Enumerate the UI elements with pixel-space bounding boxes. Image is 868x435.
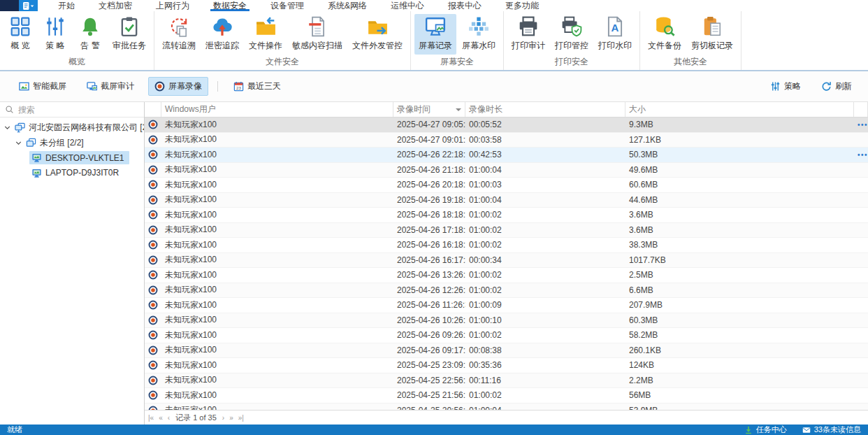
ribbon-item[interactable]: 文件操作: [245, 14, 287, 55]
tree-item[interactable]: DESKTOP-VLKTLE1: [0, 150, 144, 166]
toolbar-button-label: 最近三天: [247, 80, 281, 92]
column-header[interactable]: 录像时间: [393, 102, 465, 117]
table-row[interactable]: 未知玩家x1002025-04-26 10:26:2401:00:1060.3M…: [145, 313, 868, 329]
ribbon-item[interactable]: 敏感内容扫描: [288, 14, 347, 55]
policy-icon: [770, 81, 781, 92]
table-row[interactable]: 未知玩家x1002025-04-26 16:17:4500:00:341017.…: [145, 253, 868, 269]
toolbar-button[interactable]: 屏幕录像: [148, 77, 208, 96]
ribbon-group: 概 览策 略告 警审批任务概览: [0, 11, 154, 70]
menu-tab[interactable]: 文档加密: [87, 0, 144, 11]
ribbon-item[interactable]: 策 略: [38, 14, 72, 55]
menu-tab[interactable]: 运维中心: [379, 0, 436, 11]
row-actions-button[interactable]: •••: [854, 121, 868, 129]
ribbon-item[interactable]: 审批任务: [108, 14, 150, 55]
ribbon-item-label: 屏幕水印: [462, 40, 496, 52]
menu-tab[interactable]: 开始: [46, 0, 87, 11]
cell-time: 2025-04-26 19:18:39: [393, 195, 465, 205]
cell-duration: 00:08:38: [465, 345, 625, 355]
table-row[interactable]: 未知玩家x1002025-04-26 09:17:0700:08:38260.1…: [145, 343, 868, 359]
tree-item[interactable]: 河北安固云网络科技有限公司 [2/2]: [0, 120, 144, 136]
menu-tab[interactable]: 报表中心: [436, 0, 493, 11]
table-row[interactable]: 未知玩家x1002025-04-26 12:26:4501:00:026.6MB: [145, 283, 868, 299]
row-record-cell: [145, 270, 161, 280]
toolbar-button[interactable]: 23最近三天: [227, 77, 287, 96]
ribbon-item[interactable]: 文件外发管控: [348, 14, 407, 55]
menu-tab[interactable]: 数据安全: [201, 0, 259, 11]
pagination-prev-icon[interactable]: |«: [148, 414, 154, 422]
app-menu-button[interactable]: [19, 0, 38, 11]
toolbar-button[interactable]: 策略: [764, 77, 807, 96]
table-row[interactable]: 未知玩家x1002025-04-25 22:56:5700:11:162.2MB: [145, 373, 868, 389]
tree-item-label: DESKTOP-VLKTLE1: [45, 153, 124, 163]
ribbon-item[interactable]: 告 警: [73, 14, 107, 55]
row-actions-button[interactable]: •••: [854, 151, 868, 159]
cell-user: 未知玩家x100: [161, 374, 393, 386]
table-row[interactable]: 未知玩家x1002025-04-26 13:26:4801:00:022.5MB: [145, 268, 868, 283]
cell-duration: 00:05:52: [465, 120, 625, 129]
toolbar-button[interactable]: 刷新: [815, 77, 858, 96]
menu-tab[interactable]: 上网行为: [144, 0, 201, 11]
search-input[interactable]: [18, 105, 139, 115]
cell-time: 2025-04-26 21:18:47: [393, 165, 465, 175]
table-row[interactable]: 未知玩家x1002025-04-26 18:18:3701:00:023.6MB: [145, 208, 868, 223]
table-row[interactable]: 未知玩家x1002025-04-25 21:56:5401:00:0256MB: [145, 388, 868, 404]
row-record-cell: [145, 300, 161, 310]
ribbon-item[interactable]: 泄密追踪: [201, 14, 243, 55]
ribbon-item[interactable]: 打印管控: [551, 14, 593, 55]
menu-tab[interactable]: 更多功能: [493, 0, 551, 11]
table-row[interactable]: 未知玩家x1002025-04-27 09:05:4500:05:529.3MB…: [145, 117, 868, 133]
tree-item[interactable]: 未分组 [2/2]: [0, 136, 144, 151]
status-bar: 就绪 任务中心 33条未读信息: [0, 425, 868, 435]
ribbon-item[interactable]: 剪切板记录: [687, 14, 737, 55]
table-header: Windows用户录像时间录像时长大小: [145, 102, 868, 117]
ribbon-item[interactable]: 概 览: [3, 14, 37, 55]
ribbon-item[interactable]: 打印审计: [507, 14, 549, 55]
ribbon-item[interactable]: 文件备份: [644, 14, 686, 55]
pagination-next-icon[interactable]: »: [229, 414, 233, 422]
unread-messages-button[interactable]: 33条未读信息: [802, 425, 861, 435]
table-row[interactable]: 未知玩家x1002025-04-25 20:56:4901:00:0453.9M…: [145, 404, 868, 411]
pagination-next-icon[interactable]: »|: [238, 414, 244, 422]
menu-tab[interactable]: 系统&网络: [316, 0, 379, 11]
ribbon-item[interactable]: A打印水印: [594, 14, 636, 55]
table-row[interactable]: 未知玩家x1002025-04-26 09:26:2201:00:0258.2M…: [145, 328, 868, 343]
ribbon-item[interactable]: 流转追溯: [158, 14, 200, 55]
column-header[interactable]: 录像时长: [465, 102, 625, 117]
pagination-next-icon[interactable]: ›: [222, 414, 224, 422]
task-center-button[interactable]: 任务中心: [744, 425, 787, 435]
ribbon-item-label: 策 略: [45, 40, 64, 52]
table-row[interactable]: 未知玩家x1002025-04-26 19:18:3901:00:0444.6M…: [145, 193, 868, 208]
row-record-cell: [145, 165, 161, 175]
pagination-prev-icon[interactable]: ‹: [168, 414, 170, 422]
column-header: [854, 102, 868, 117]
row-record-cell: [145, 376, 161, 385]
ribbon-item[interactable]: 屏幕记录: [414, 14, 456, 55]
ribbon-group: 屏幕记录屏幕水印屏幕安全: [411, 11, 504, 70]
table-row[interactable]: 未知玩家x1002025-04-26 20:18:4401:00:0360.6M…: [145, 178, 868, 193]
table-row[interactable]: 未知玩家x1002025-04-26 21:18:4701:00:0449.6M…: [145, 163, 868, 178]
column-header[interactable]: 大小: [625, 102, 854, 117]
toolbar-button[interactable]: 智能截屏: [13, 77, 73, 96]
table-row[interactable]: 未知玩家x1002025-04-26 17:18:3401:00:023.6MB: [145, 223, 868, 238]
row-record-cell: [145, 285, 161, 295]
table-row[interactable]: 未知玩家x1002025-04-26 22:18:5200:42:5350.3M…: [145, 148, 868, 163]
tree-item-label: 未分组 [2/2]: [40, 137, 84, 149]
cell-size: 38.3MB: [625, 240, 854, 250]
bell-icon: [80, 16, 101, 37]
menu-tab[interactable]: 设备管理: [259, 0, 316, 11]
tree-item[interactable]: LAPTOP-D9J3IT0R: [0, 166, 144, 181]
table-row[interactable]: 未知玩家x1002025-04-27 09:01:3400:03:58127.1…: [145, 133, 868, 148]
cell-duration: 01:00:02: [465, 240, 625, 250]
table-row[interactable]: 未知玩家x1002025-04-26 11:26:3501:00:09207.9…: [145, 298, 868, 313]
column-header[interactable]: Windows用户: [161, 102, 393, 117]
table-row[interactable]: 未知玩家x1002025-04-26 16:18:3101:00:0238.3M…: [145, 238, 868, 253]
toolbar-button[interactable]: 截屏审计: [80, 77, 140, 96]
column-header-label: Windows用户: [165, 104, 216, 115]
cell-time: 2025-04-25 21:56:54: [393, 390, 465, 400]
table-row[interactable]: 未知玩家x1002025-04-25 23:09:3200:35:36124KB: [145, 358, 868, 373]
ribbon-item-label: 告 警: [80, 40, 99, 52]
cell-duration: 01:00:02: [465, 270, 625, 280]
ribbon-item[interactable]: 屏幕水印: [458, 14, 500, 55]
cell-user: 未知玩家x100: [161, 239, 393, 251]
pagination-prev-icon[interactable]: «: [159, 414, 163, 422]
